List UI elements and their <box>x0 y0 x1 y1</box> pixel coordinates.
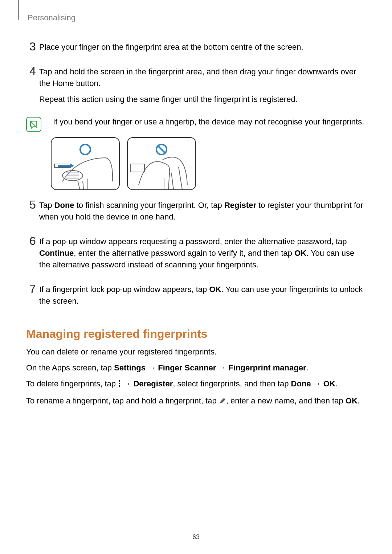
managing-p2: On the Apps screen, tap Settings → Finge… <box>26 362 366 374</box>
svg-rect-5 <box>131 164 144 172</box>
note-text: If you bend your finger or use a fingert… <box>53 116 366 128</box>
step-7-number: 7 <box>26 283 39 295</box>
subheading-managing: Managing registered fingerprints <box>26 327 366 341</box>
section-header: Personalising <box>28 13 366 22</box>
managing-p1: You can delete or rename your registered… <box>26 346 366 358</box>
svg-point-0 <box>80 144 90 155</box>
step-6-number: 6 <box>26 235 39 247</box>
step-4: 4 Tap and hold the screen in the fingerp… <box>26 65 366 110</box>
more-options-icon <box>118 379 121 391</box>
step-4-text-2: Repeat this action using the same finger… <box>39 94 366 105</box>
step-7: 7 If a fingerprint lock pop-up window ap… <box>26 283 366 311</box>
step-7-text: If a fingerprint lock pop-up window appe… <box>39 284 366 307</box>
svg-line-4 <box>158 146 165 153</box>
svg-point-7 <box>119 383 120 384</box>
illustration-incorrect <box>127 137 196 190</box>
svg-point-8 <box>119 385 120 387</box>
illustration-correct <box>51 137 120 190</box>
step-3-text: Place your finger on the fingerprint are… <box>39 41 366 53</box>
edit-pencil-icon <box>219 396 226 408</box>
note: If you bend your finger or use a fingert… <box>26 116 366 132</box>
step-3-number: 3 <box>26 41 39 52</box>
header-accent-rule <box>18 0 19 20</box>
managing-p4: To rename a fingerprint, tap and hold a … <box>26 395 366 408</box>
step-4-text-1: Tap and hold the screen in the fingerpri… <box>39 66 366 89</box>
step-6: 6 If a pop-up window appears requesting … <box>26 235 366 275</box>
svg-point-6 <box>119 380 120 382</box>
step-3: 3 Place your finger on the fingerprint a… <box>26 41 366 57</box>
step-5-number: 5 <box>26 199 39 210</box>
page-number: 63 <box>0 533 392 541</box>
note-icon <box>26 117 41 132</box>
illustration-row <box>51 137 366 190</box>
step-6-text: If a pop-up window appears requesting a … <box>39 236 366 271</box>
step-5: 5 Tap Done to finish scanning your finge… <box>26 199 366 227</box>
step-5-text: Tap Done to finish scanning your fingerp… <box>39 200 366 223</box>
managing-p3: To delete fingerprints, tap → Deregister… <box>26 378 366 391</box>
step-4-number: 4 <box>26 65 39 77</box>
